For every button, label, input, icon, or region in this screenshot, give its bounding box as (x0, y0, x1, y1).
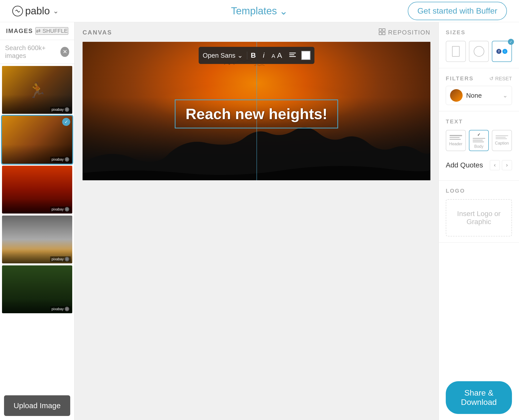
canvas-background[interactable]: Open Sans ⌄ B i A A (83, 42, 430, 180)
body-lines (473, 138, 485, 142)
pixabay-badge: pixabay i (50, 157, 71, 162)
pablo-logo-icon (12, 6, 23, 17)
reposition-icon (379, 28, 386, 37)
templates-label: Templates (231, 5, 277, 17)
info-icon[interactable]: i (65, 257, 69, 261)
body-selected-check-icon: ✓ (477, 132, 480, 137)
font-size-large[interactable]: A (277, 51, 282, 59)
pixabay-badge: pixabay i (50, 256, 71, 262)
font-chevron-icon: ⌄ (237, 52, 243, 59)
sidebar-tabs: IMAGES ⇄ SHUFFLE (0, 22, 74, 40)
reset-filter-button[interactable]: ↺ RESET (489, 76, 512, 82)
filter-name: None (466, 92, 499, 99)
canvas-label: CANVAS (83, 29, 112, 36)
filter-preview-image (450, 89, 463, 102)
main-layout: IMAGES ⇄ SHUFFLE Search 600k+ images ✕ 🏃… (0, 22, 519, 420)
text-line (450, 137, 460, 138)
text-style-body[interactable]: ✓ Body (469, 130, 489, 151)
font-selector[interactable]: Open Sans ⌄ (203, 52, 247, 59)
quote-nav: ‹ › (490, 160, 512, 170)
canvas-wrapper: Open Sans ⌄ B i A A (83, 42, 430, 414)
size-option-instagram[interactable] (469, 41, 489, 62)
filters-section: FILTERS ↺ RESET None ⌄ (439, 68, 519, 111)
size-option-pinterest[interactable] (446, 41, 466, 62)
text-section: TEXT Header ✓ (439, 111, 519, 181)
logo-chevron-icon[interactable]: ⌄ (53, 7, 59, 15)
add-quotes-label: Add Quotes (446, 161, 483, 169)
text-toolbar: Open Sans ⌄ B i A A (199, 47, 314, 64)
align-button[interactable] (286, 47, 299, 64)
body-style-label: Body (474, 144, 483, 149)
selected-check-icon: ✓ (62, 118, 70, 126)
share-download-button[interactable]: Share & Download (446, 381, 512, 414)
right-sidebar: SIZES ✓ f t (438, 22, 519, 420)
templates-chevron-icon: ⌄ (279, 5, 288, 17)
text-style-caption[interactable]: Caption (492, 130, 512, 151)
info-icon[interactable]: i (65, 107, 69, 112)
image-item[interactable]: pixabay i (2, 216, 72, 263)
canvas-text[interactable]: Reach new heights! (186, 105, 327, 123)
tab-images[interactable]: IMAGES (6, 27, 33, 34)
image-list: 🏃 pixabay i ✓ pixabay i (0, 64, 74, 391)
shuffle-label: SHUFFLE (43, 28, 68, 34)
pixabay-text: pixabay (52, 307, 64, 311)
canvas-text-box[interactable]: Reach new heights! (175, 99, 338, 128)
image-item[interactable]: ✓ pixabay i (2, 116, 72, 164)
logo-text: pablo (25, 5, 50, 17)
canvas-header: CANVAS REPOSITION (83, 28, 430, 37)
logo-label: LOGO (446, 188, 512, 194)
info-icon[interactable]: i (65, 307, 69, 311)
svg-rect-5 (289, 53, 296, 53)
pixabay-badge: pixabay i (50, 107, 71, 112)
filter-dropdown[interactable]: None ⌄ (446, 86, 512, 105)
header: pablo ⌄ Templates ⌄ Get started with Buf… (0, 0, 519, 22)
color-picker[interactable] (301, 51, 310, 60)
reposition-label: REPOSITION (388, 29, 430, 36)
text-line (496, 137, 506, 137)
image-item[interactable]: pixabay i (2, 265, 72, 313)
image-item[interactable]: 🏃 pixabay i (2, 66, 72, 114)
shuffle-button[interactable]: ⇄ SHUFFLE (35, 27, 68, 35)
sizes-section: SIZES ✓ f t (439, 22, 519, 68)
share-section: Share & Download (439, 375, 519, 420)
size-option-facebook-twitter[interactable]: ✓ f t (492, 41, 512, 62)
svg-rect-7 (289, 56, 296, 57)
sizes-label: SIZES (446, 29, 512, 36)
text-style-header[interactable]: Header (446, 130, 466, 151)
logo-section: LOGO Insert Logo or Graphic (439, 181, 519, 243)
info-icon[interactable]: i (65, 207, 69, 212)
text-line (473, 142, 484, 142)
text-line (473, 138, 485, 139)
filter-chevron-icon: ⌄ (503, 92, 508, 99)
caption-style-label: Caption (495, 141, 509, 146)
image-item[interactable]: pixabay i (2, 166, 72, 214)
reset-icon: ↺ (489, 76, 494, 82)
info-icon[interactable]: i (65, 157, 69, 162)
search-close-button[interactable]: ✕ (60, 47, 69, 57)
text-line (496, 138, 507, 139)
quote-prev-button[interactable]: ‹ (490, 160, 500, 170)
italic-button[interactable]: i (260, 47, 268, 64)
shuffle-icon: ⇄ (36, 28, 41, 34)
instagram-shape (474, 46, 484, 57)
pixabay-text: pixabay (52, 207, 64, 211)
fb-tw-icons: f t (496, 49, 507, 54)
header-lines (450, 135, 462, 140)
search-bar[interactable]: Search 600k+ images ✕ (0, 40, 74, 64)
left-sidebar: IMAGES ⇄ SHUFFLE Search 600k+ images ✕ 🏃… (0, 22, 75, 420)
get-started-button[interactable]: Get started with Buffer (408, 2, 507, 20)
text-line (473, 140, 483, 141)
logo-area: pablo ⌄ (12, 5, 59, 17)
text-label: TEXT (446, 118, 512, 125)
pinterest-shape (452, 46, 460, 57)
quote-next-button[interactable]: › (502, 160, 512, 170)
font-name: Open Sans (203, 52, 235, 59)
svg-rect-4 (383, 32, 385, 35)
bold-button[interactable]: B (247, 47, 259, 64)
upload-image-button[interactable]: Upload Image (4, 395, 70, 416)
logo-insert-area[interactable]: Insert Logo or Graphic (446, 199, 512, 236)
templates-button[interactable]: Templates ⌄ (231, 5, 288, 17)
svg-rect-1 (379, 29, 382, 31)
font-size-small[interactable]: A (272, 53, 275, 59)
reposition-button[interactable]: REPOSITION (379, 28, 430, 37)
